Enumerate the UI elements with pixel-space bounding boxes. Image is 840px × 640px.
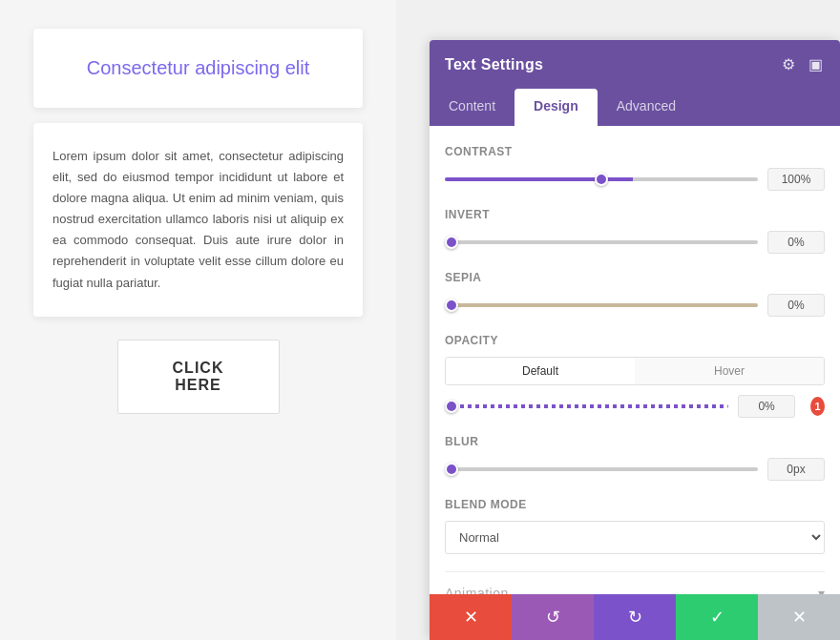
- tab-content[interactable]: Content: [430, 89, 514, 126]
- reset-icon: ↺: [546, 607, 560, 628]
- blend-mode-section: Blend Mode Normal Multiply Screen Overla…: [445, 498, 825, 554]
- blur-slider-container: 0px: [445, 458, 825, 481]
- sepia-label: Sepia: [445, 271, 825, 284]
- opacity-slider-container: 0% 1: [445, 395, 825, 418]
- blur-slider[interactable]: [445, 467, 758, 471]
- close-toolbar-button[interactable]: ✕: [758, 594, 840, 640]
- sepia-section: Sepia 0%: [445, 271, 825, 317]
- panel-body: Contrast 100% Invert 0% Sepia 0% Opacity: [430, 126, 840, 594]
- confirm-icon: ✓: [710, 607, 724, 628]
- click-here-button[interactable]: CLICK HERE: [117, 340, 280, 414]
- animation-label: Animation: [445, 586, 509, 594]
- contrast-section: Contrast 100%: [445, 145, 825, 191]
- tab-advanced[interactable]: Advanced: [598, 89, 695, 126]
- invert-section: Invert 0%: [445, 208, 825, 254]
- canvas-area: Consectetur adipiscing elit Lorem ipsum …: [0, 0, 396, 640]
- opacity-value: 0%: [738, 395, 795, 418]
- canvas-title: Consectetur adipiscing elit: [52, 57, 344, 79]
- opacity-badge: 1: [810, 397, 825, 416]
- panel-tabs: Content Design Advanced: [430, 89, 840, 126]
- panel-header: Text Settings ⚙ ▣: [430, 40, 840, 89]
- canvas-card-bottom: Lorem ipsum dolor sit amet, consectetur …: [33, 123, 363, 317]
- invert-slider-container: 0%: [445, 231, 825, 254]
- blend-mode-label: Blend Mode: [445, 498, 825, 511]
- contrast-label: Contrast: [445, 145, 825, 158]
- invert-label: Invert: [445, 208, 825, 221]
- contrast-value: 100%: [767, 168, 825, 191]
- settings-panel: Text Settings ⚙ ▣ Content Design Advance…: [430, 40, 840, 640]
- blur-section: Blur 0px: [445, 435, 825, 481]
- panel-header-icons: ⚙ ▣: [780, 53, 825, 75]
- cancel-icon: ✕: [464, 607, 478, 628]
- opacity-tab-default[interactable]: Default: [446, 358, 635, 384]
- sepia-slider[interactable]: [445, 303, 758, 307]
- opacity-slider[interactable]: [445, 404, 728, 408]
- panel-settings-icon[interactable]: ⚙: [780, 53, 797, 75]
- panel-title: Text Settings: [445, 56, 543, 73]
- sepia-value: 0%: [767, 294, 825, 317]
- canvas-body-text: Lorem ipsum dolor sit amet, consectetur …: [52, 146, 344, 294]
- close-toolbar-icon: ✕: [792, 607, 807, 628]
- opacity-tab-hover[interactable]: Hover: [635, 358, 824, 384]
- blur-value: 0px: [767, 458, 825, 481]
- sepia-slider-container: 0%: [445, 294, 825, 317]
- opacity-section: Opacity Default Hover 0% 1: [445, 334, 825, 418]
- confirm-button[interactable]: ✓: [676, 594, 758, 640]
- blend-mode-select[interactable]: Normal Multiply Screen Overlay Darken Li…: [445, 521, 825, 554]
- invert-value: 0%: [767, 231, 825, 254]
- canvas-card-top: Consectetur adipiscing elit: [33, 29, 363, 108]
- panel-layout-icon[interactable]: ▣: [807, 53, 825, 75]
- panel-toolbar: ✕ ↺ ↻ ✓ ✕: [430, 594, 840, 640]
- animation-header[interactable]: Animation ▾: [445, 586, 825, 594]
- animation-section: Animation ▾: [445, 571, 825, 594]
- tab-design[interactable]: Design: [514, 89, 598, 126]
- opacity-tabs: Default Hover: [445, 357, 825, 385]
- blur-label: Blur: [445, 435, 825, 448]
- contrast-slider-container: 100%: [445, 168, 825, 191]
- chevron-down-icon: ▾: [818, 586, 825, 594]
- refresh-button[interactable]: ↻: [594, 594, 676, 640]
- contrast-slider[interactable]: [445, 177, 758, 181]
- invert-slider[interactable]: [445, 240, 758, 244]
- cancel-button[interactable]: ✕: [430, 594, 512, 640]
- opacity-label: Opacity: [445, 334, 825, 347]
- reset-button[interactable]: ↺: [512, 594, 594, 640]
- refresh-icon: ↻: [628, 607, 642, 628]
